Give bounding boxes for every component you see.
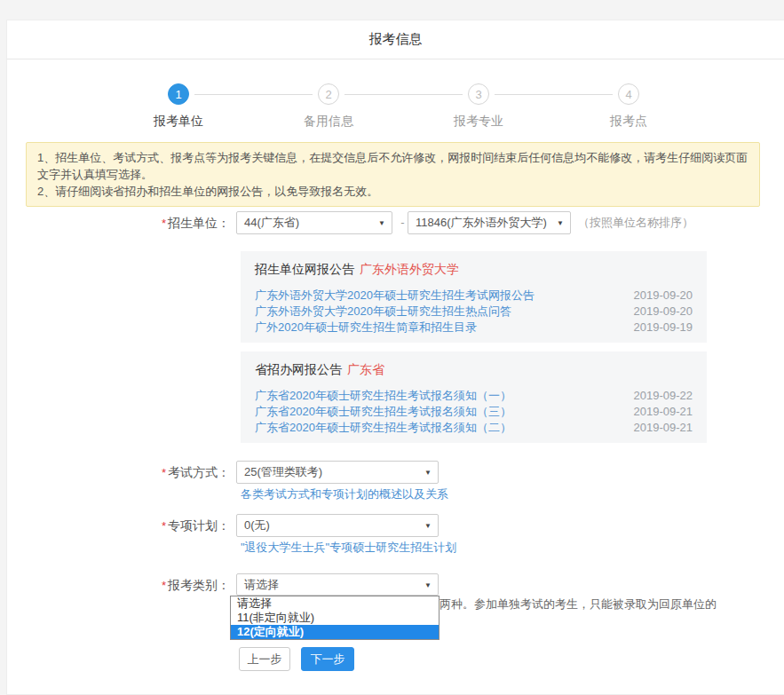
province-name-highlight: 广东省 — [347, 362, 384, 376]
step-2-backup-info: 2 备用信息 — [266, 83, 391, 130]
announcement-date: 2019-09-21 — [634, 404, 693, 420]
notice-line-2: 2、请仔细阅读省招办和招生单位的网报公告，以免导致报名无效。 — [37, 183, 748, 200]
step-3-circle: 3 — [468, 83, 489, 105]
notice-box: 1、招生单位、考试方式、报考点等为报考关键信息，在提交信息后不允许修改，网报时间… — [26, 142, 760, 207]
required-asterisk: * — [162, 519, 166, 533]
step-4-circle: 4 — [618, 83, 639, 105]
required-asterisk: * — [162, 217, 166, 230]
step-2-label: 备用信息 — [266, 114, 391, 130]
next-step-button[interactable]: 下一步 — [301, 647, 354, 671]
announcement-date: 2019-09-20 — [634, 304, 693, 320]
exam-method-select[interactable]: 25(管理类联考) ▼ — [236, 461, 439, 484]
notice-line-1: 1、招生单位、考试方式、报考点等为报考关键信息，在提交信息后不允许修改，网报时间… — [37, 149, 748, 183]
announcement-row: 广东省2020年硕士研究生招生考试报名须知（一） 2019-09-22 — [255, 388, 693, 404]
application-form-card: 报考信息 1 报考单位 2 备用信息 3 报考专业 4 报考点 1、招生单位、考… — [6, 20, 784, 695]
special-plan-help-link[interactable]: "退役大学生士兵"专项硕士研究生招生计划 — [241, 541, 456, 554]
step-1-label: 报考单位 — [116, 114, 241, 130]
step-4-label: 报考点 — [566, 114, 691, 130]
category-option-directed-highlighted[interactable]: 12(定向就业) — [231, 625, 439, 639]
step-3-label: 报考专业 — [416, 114, 541, 130]
step-3-major: 3 报考专业 — [416, 83, 541, 130]
school-select[interactable]: 11846(广东外语外贸大学) ▼ — [408, 211, 571, 234]
announcement-row: 广东外语外贸大学2020年硕士研究生招生考试网报公告 2019-09-20 — [255, 288, 693, 304]
step-1-unit: 1 报考单位 — [116, 83, 241, 130]
special-plan-select[interactable]: 0(无) ▼ — [236, 514, 439, 537]
announcement-row: 广东省2020年硕士研究生招生考试报名须知（三） 2019-09-21 — [255, 404, 693, 420]
announcement-row: 广东省2020年硕士研究生招生考试报名须知（二） 2019-09-21 — [255, 420, 693, 436]
announcement-date: 2019-09-21 — [634, 420, 693, 436]
category-hint-text-fragment: 业两种。参加单独考试的考生，只能被录取为回原单位的 — [428, 597, 717, 612]
dropdown-arrow-icon: ▼ — [378, 220, 385, 227]
dropdown-arrow-icon: ▼ — [424, 523, 432, 530]
step-2-circle: 2 — [318, 83, 339, 105]
stepper: 1 报考单位 2 备用信息 3 报考专业 4 报考点 — [7, 79, 784, 152]
category-option-non-directed[interactable]: 11(非定向就业) — [231, 611, 439, 625]
sort-order-note: （按照单位名称排序） — [578, 211, 693, 234]
unit-name-highlight: 广东外语外贸大学 — [360, 262, 459, 276]
required-asterisk: * — [162, 466, 166, 479]
application-category-select[interactable]: 请选择 ▼ — [236, 573, 439, 596]
page-title: 报考信息 — [369, 31, 423, 48]
announcement-link[interactable]: 广东省2020年硕士研究生招生考试报名须知（三） — [255, 404, 511, 420]
announcement-link[interactable]: 广外2020年硕士研究生招生简章和招生目录 — [255, 320, 477, 336]
announcement-date: 2019-09-20 — [634, 288, 693, 304]
admission-unit-label: *招生单位： — [115, 211, 230, 235]
announcement-link[interactable]: 广东外语外贸大学2020年硕士研究生招生热点问答 — [255, 304, 511, 320]
exam-method-label: *考试方式： — [115, 461, 230, 485]
announcement-date: 2019-09-22 — [634, 388, 693, 404]
step-1-circle: 1 — [168, 83, 189, 105]
province-announcements-title: 省招办网报公告广东省 — [255, 362, 693, 378]
announcement-link[interactable]: 广东外语外贸大学2020年硕士研究生招生考试网报公告 — [255, 288, 535, 304]
unit-announcements-box: 招生单位网报公告广东外语外贸大学 广东外语外贸大学2020年硕士研究生招生考试网… — [241, 251, 707, 343]
category-option-placeholder[interactable]: 请选择 — [231, 596, 439, 611]
category-dropdown-list: 请选择 11(非定向就业) 12(定向就业) — [230, 596, 440, 640]
announcement-row: 广外2020年硕士研究生招生简章和招生目录 2019-09-19 — [255, 320, 693, 336]
previous-step-button[interactable]: 上一步 — [239, 647, 290, 671]
exam-method-help-link[interactable]: 各类考试方式和专项计划的概述以及关系 — [241, 487, 448, 501]
announcement-date: 2019-09-19 — [634, 320, 693, 336]
announcement-link[interactable]: 广东省2020年硕士研究生招生考试报名须知（二） — [255, 420, 511, 436]
dropdown-arrow-icon: ▼ — [424, 582, 432, 589]
application-category-label: *报考类别： — [115, 573, 230, 597]
province-select[interactable]: 44(广东省) ▼ — [236, 211, 392, 234]
step-4-exam-site: 4 报考点 — [566, 83, 691, 130]
province-announcements-box: 省招办网报公告广东省 广东省2020年硕士研究生招生考试报名须知（一） 2019… — [241, 351, 707, 443]
dropdown-arrow-icon: ▼ — [424, 470, 432, 477]
select-separator: - — [398, 211, 408, 234]
announcement-link[interactable]: 广东省2020年硕士研究生招生考试报名须知（一） — [255, 388, 511, 404]
dropdown-arrow-icon: ▼ — [557, 220, 564, 227]
special-plan-label: *专项计划： — [115, 514, 230, 538]
required-asterisk: * — [162, 579, 166, 592]
announcement-row: 广东外语外贸大学2020年硕士研究生招生热点问答 2019-09-20 — [255, 304, 693, 320]
title-bar: 报考信息 — [7, 20, 784, 59]
unit-announcements-title: 招生单位网报公告广东外语外贸大学 — [255, 262, 693, 278]
